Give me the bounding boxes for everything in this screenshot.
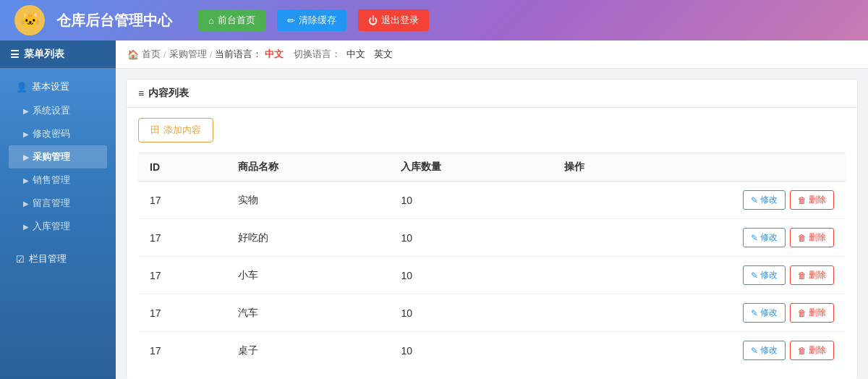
table-row: 17 桌子 10 ✎ 修改 🗑 删除 [138, 332, 846, 370]
delete-button[interactable]: 🗑 删除 [790, 228, 834, 247]
edit-icon: ✎ [751, 233, 758, 243]
cell-quantity: 10 [389, 294, 553, 332]
cell-actions: ✎ 修改 🗑 删除 [553, 332, 846, 370]
home-button[interactable]: ⌂ 前台首页 [198, 9, 265, 31]
person-icon: 👤 [16, 82, 27, 93]
main-content: 🏠 首页 / 采购管理 / 当前语言： 中文 切换语言： 中文 英文 ≡ 内容列… [116, 41, 868, 379]
content-area: ≡ 内容列表 田 修改 添加内容 ID 商品名称 入库 [116, 69, 868, 379]
header: 🐱 仓库后台管理中心 ⌂ 前台首页 ✏ 清除缓存 ⏻ 退出登录 [0, 0, 868, 41]
delete-button[interactable]: 🗑 删除 [790, 190, 834, 210]
cell-name: 桌子 [226, 332, 390, 370]
col-quantity: 入库数量 [389, 153, 553, 182]
delete-button[interactable]: 🗑 删除 [790, 303, 834, 323]
cell-id: 17 [138, 182, 226, 219]
cell-actions: ✎ 修改 🗑 删除 [553, 219, 846, 257]
home-icon: 🏠 [127, 49, 139, 60]
sidebar: ☰ 菜单列表 👤 基本设置 ▶ 系统设置 ▶ 修改密码 ▶ 采购管理 ▶ [0, 41, 116, 379]
cell-quantity: 10 [389, 257, 553, 294]
breadcrumb-section[interactable]: 采购管理 [169, 48, 207, 61]
cell-name: 实物 [226, 182, 390, 219]
trash-icon: 🗑 [798, 271, 807, 281]
menu-icon: ☰ [10, 48, 20, 60]
delete-button[interactable]: 🗑 删除 [790, 341, 834, 360]
add-content-button[interactable]: 田 修改 添加内容 [138, 118, 213, 142]
col-id: ID [138, 153, 226, 182]
cell-name: 小车 [226, 257, 390, 294]
lang-label: 当前语言： [215, 48, 262, 61]
edit-button[interactable]: ✎ 修改 [743, 341, 786, 360]
edit-button[interactable]: ✎ 修改 [743, 228, 786, 247]
sidebar-section-column: ☑ 栏目管理 [0, 241, 116, 274]
trash-icon: 🗑 [798, 233, 807, 243]
sidebar-item-comments[interactable]: ▶ 留言管理 [9, 192, 107, 215]
sidebar-item-password[interactable]: ▶ 修改密码 [9, 122, 107, 145]
edit-icon: ✎ [751, 195, 758, 205]
logo: 🐱 [14, 5, 45, 35]
arrow-icon: ▶ [23, 130, 29, 138]
arrow-icon: ▶ [23, 176, 29, 184]
edit-button[interactable]: ✎ 修改 [743, 265, 786, 285]
col-name: 商品名称 [226, 153, 390, 182]
table-row: 17 汽车 10 ✎ 修改 🗑 删除 [138, 294, 846, 332]
cell-id: 17 [138, 257, 226, 294]
cell-actions: ✎ 修改 🗑 删除 [553, 294, 846, 332]
clear-cache-button[interactable]: ✏ 清除缓存 [277, 9, 346, 31]
edit-icon: ✎ [751, 271, 758, 281]
cell-id: 17 [138, 332, 226, 370]
app-title: 仓库后台管理中心 [56, 11, 172, 30]
sidebar-item-system[interactable]: ▶ 系统设置 [9, 99, 107, 122]
trash-icon: 🗑 [798, 195, 807, 205]
sidebar-section-basic-title[interactable]: 👤 基本设置 [9, 74, 107, 99]
sidebar-item-sales[interactable]: ▶ 销售管理 [9, 169, 107, 192]
breadcrumb-home[interactable]: 首页 [142, 48, 161, 61]
delete-button[interactable]: 🗑 删除 [790, 265, 834, 285]
arrow-icon: ▶ [23, 107, 29, 115]
trash-icon: 🗑 [798, 308, 807, 318]
arrow-icon: ▶ [23, 153, 29, 161]
edit-button[interactable]: ✎ 修改 [743, 190, 786, 210]
cell-name: 汽车 [226, 294, 390, 332]
logout-icon: ⏻ [368, 15, 378, 26]
cell-id: 17 [138, 294, 226, 332]
arrow-icon: ▶ [23, 200, 29, 208]
lang-current: 中文 [265, 48, 284, 61]
cell-actions: ✎ 修改 🗑 删除 [553, 257, 846, 294]
card-header: ≡ 内容列表 [127, 80, 857, 108]
sidebar-section-basic: 👤 基本设置 ▶ 系统设置 ▶ 修改密码 ▶ 采购管理 ▶ 销售管理 ▶ 留言管… [0, 69, 116, 241]
logout-button[interactable]: ⏻ 退出登录 [358, 9, 429, 31]
grid-icon: ☑ [16, 254, 25, 265]
clear-icon: ✏ [287, 15, 295, 26]
lang-zh-link[interactable]: 中文 [346, 48, 365, 61]
table-row: 17 好吃的 10 ✎ 修改 🗑 删除 [138, 219, 846, 257]
add-icon: 田 [150, 124, 160, 137]
table-row: 17 实物 10 ✎ 修改 🗑 删除 [138, 182, 846, 219]
cell-id: 17 [138, 219, 226, 257]
edit-icon: ✎ [751, 308, 758, 318]
cell-quantity: 10 [389, 182, 553, 219]
lang-en-link[interactable]: 英文 [374, 48, 393, 61]
cell-actions: ✎ 修改 🗑 删除 [553, 182, 846, 219]
sidebar-header: ☰ 菜单列表 [0, 41, 116, 69]
cell-quantity: 10 [389, 219, 553, 257]
cell-name: 好吃的 [226, 219, 390, 257]
arrow-icon: ▶ [23, 223, 29, 231]
sidebar-item-purchase[interactable]: ▶ 采购管理 [9, 145, 107, 169]
content-card: ≡ 内容列表 田 修改 添加内容 ID 商品名称 入库 [126, 79, 858, 379]
edit-button[interactable]: ✎ 修改 [743, 303, 786, 323]
edit-icon: ✎ [751, 346, 758, 356]
content-table: ID 商品名称 入库数量 操作 17 实物 10 ✎ 修改 [138, 153, 846, 369]
table-row: 17 小车 10 ✎ 修改 🗑 删除 [138, 257, 846, 294]
sidebar-section-column-title[interactable]: ☑ 栏目管理 [9, 247, 107, 271]
sidebar-item-stock[interactable]: ▶ 入库管理 [9, 215, 107, 238]
trash-icon: 🗑 [798, 346, 807, 356]
col-actions: 操作 [553, 153, 846, 182]
home-icon: ⌂ [208, 15, 214, 26]
list-icon: ≡ [138, 88, 144, 99]
breadcrumb: 🏠 首页 / 采购管理 / 当前语言： 中文 切换语言： 中文 英文 [116, 41, 868, 69]
cell-quantity: 10 [389, 332, 553, 370]
card-body: 田 修改 添加内容 ID 商品名称 入库数量 操作 [127, 108, 857, 379]
layout: ☰ 菜单列表 👤 基本设置 ▶ 系统设置 ▶ 修改密码 ▶ 采购管理 ▶ [0, 41, 868, 379]
table-header-row: ID 商品名称 入库数量 操作 [138, 153, 846, 182]
